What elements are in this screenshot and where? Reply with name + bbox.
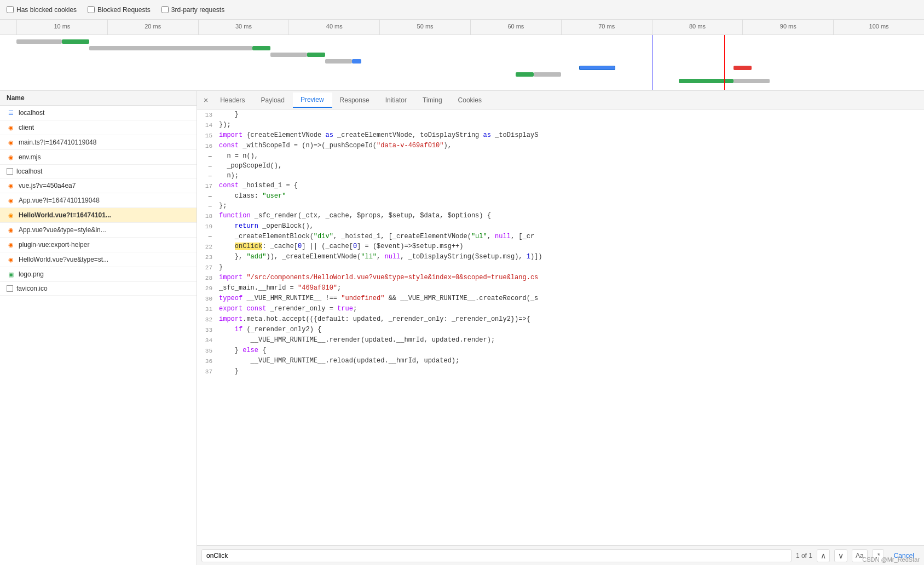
file-item-hellostyle[interactable]: ◉ HelloWorld.vue?vue&type=st... [0,252,197,267]
file-item-favicon[interactable]: favicon.ico [0,282,197,296]
file-name: favicon.ico [16,285,48,292]
doc-icon: ☰ [7,108,15,117]
code-line-29: 29 _sfc_main.__hmrId = "469af010"; [197,283,924,293]
selected-file-icon: ◉ [7,211,15,220]
file-item-localhost2[interactable]: localhost [0,165,197,178]
tick-10ms: 10 ms [16,20,107,34]
filter-blocked-cookies-checkbox[interactable] [7,6,14,13]
orange-icon-2: ◉ [7,138,15,147]
tick-60ms: 60 ms [470,20,561,34]
tab-response[interactable]: Response [332,93,378,107]
tab-initiator[interactable]: Initiator [378,93,415,107]
orange-icon-5: ◉ [7,196,15,205]
tick-70ms: 70 ms [561,20,652,34]
tick-50ms: 50 ms [379,20,470,34]
tab-preview[interactable]: Preview [293,93,332,108]
file-name: localhost [19,109,44,117]
tabs-bar: × Headers Payload Preview Response Initi… [197,91,924,109]
file-name: vue.js?v=450a4ea7 [19,182,76,189]
timeline-content [0,35,924,90]
file-item-plugin[interactable]: ◉ plugin-vue:export-helper [0,238,197,252]
orange-icon-8: ◉ [7,255,15,264]
empty-icon-1 [7,168,13,175]
close-tab-button[interactable]: × [199,94,212,107]
search-bar: 1 of 1 ∧ ∨ Aa .* Cancel [197,545,924,565]
tab-headers[interactable]: Headers [212,93,253,107]
code-line-27: 27 } [197,262,924,273]
orange-icon-4: ◉ [7,181,15,190]
orange-icon-1: ◉ [7,123,15,132]
code-line-16: 16 const _withScopeId = (n)=>(_pushScope… [197,141,924,151]
filter-has-blocked-cookies[interactable]: Has blocked cookies [7,6,77,14]
file-item-helloworldvue[interactable]: ◉ HelloWorld.vue?t=16474101... [0,208,197,223]
code-line-17: 17 const _hoisted_1 = { [197,181,924,191]
code-line-35: 35 } else { [197,345,924,356]
code-line-minus-5: – }; [197,201,924,211]
main-layout: Name ☰ localhost ◉ client ◉ main.ts?t=16… [0,91,924,565]
tab-payload[interactable]: Payload [253,93,293,107]
tab-cookies[interactable]: Cookies [451,93,490,107]
search-next-button[interactable]: ∨ [834,549,847,562]
orange-icon-3: ◉ [7,153,15,162]
code-area[interactable]: 13 } 14 }); 15 import {createElementVNod… [197,109,924,545]
file-item-envmjs[interactable]: ◉ env.mjs [0,150,197,165]
filter-third-party[interactable]: 3rd-party requests [161,6,224,14]
code-line-28: 28 import "/src/components/HelloWorld.vu… [197,273,924,283]
code-line-minus-4: – class: "user" [197,191,924,201]
code-line-minus-3: – n); [197,171,924,181]
file-name: HelloWorld.vue?t=16474101... [19,211,111,219]
code-line-minus-2: – _popScopeId(), [197,161,924,171]
file-item-logopng[interactable]: ▣ logo.png [0,267,197,282]
code-line-32: 32 import.meta.hot.accept(({default: upd… [197,314,924,325]
code-line-14: 14 }); [197,120,924,130]
timeline-ruler: 10 ms 20 ms 30 ms 40 ms 50 ms 60 ms 70 m… [0,20,924,35]
file-name: env.mjs [19,153,41,161]
file-name: logo.png [19,270,44,278]
file-item-client[interactable]: ◉ client [0,120,197,135]
file-name: App.vue?vue&type=style&in... [19,226,106,234]
code-line-minus-1: – n = n(), [197,151,924,161]
filter-bar: Has blocked cookies Blocked Requests 3rd… [0,0,924,20]
orange-icon-6: ◉ [7,226,15,234]
tick-100ms: 100 ms [833,20,924,34]
file-name: HelloWorld.vue?vue&type=st... [19,256,108,263]
file-item-vuejs[interactable]: ◉ vue.js?v=450a4ea7 [0,178,197,193]
tick-40ms: 40 ms [288,20,379,34]
file-name: localhost [16,168,42,175]
tick-80ms: 80 ms [652,20,743,34]
file-name: plugin-vue:export-helper [19,241,89,249]
code-line-23: 23 }, "add")), _createElementVNode("li",… [197,252,924,262]
file-item-appstyle[interactable]: ◉ App.vue?vue&type=style&in... [0,223,197,238]
code-line-36: 36 __VUE_HMR_RUNTIME__.reload(updated.__… [197,356,924,366]
code-line-15: 15 import {createElementVNode as _create… [197,130,924,141]
tick-30ms: 30 ms [198,20,289,34]
code-line-19: 19 return _openBlock(), [197,221,924,232]
file-name: main.ts?t=1647410119048 [19,139,96,146]
code-line-30: 30 typeof __VUE_HMR_RUNTIME__ !== "undef… [197,293,924,304]
search-input[interactable] [201,549,792,562]
orange-icon-7: ◉ [7,240,15,249]
file-list-header: Name [0,91,197,106]
code-line-minus-6: – _createElementBlock("div", _hoisted_1,… [197,232,924,241]
filter-blocked-requests[interactable]: Blocked Requests [88,6,151,14]
watermark: CSDN @Mr_RedStar [862,556,920,563]
search-prev-button[interactable]: ∧ [817,549,830,562]
filter-third-party-checkbox[interactable] [161,6,169,13]
empty-icon-2 [7,285,13,292]
file-item-maints[interactable]: ◉ main.ts?t=1647410119048 [0,135,197,150]
code-line-13: 13 } [197,109,924,120]
code-panel: × Headers Payload Preview Response Initi… [197,91,924,565]
code-line-37: 37 } [197,366,924,377]
search-count: 1 of 1 [796,552,812,560]
code-line-22: 22 onClick: _cache[0] || (_cache[0] = ($… [197,241,924,252]
file-item-appvue[interactable]: ◉ App.vue?t=1647410119048 [0,193,197,208]
code-line-34: 34 __VUE_HMR_RUNTIME__.rerender(updated.… [197,335,924,345]
timeline-area: 10 ms 20 ms 30 ms 40 ms 50 ms 60 ms 70 m… [0,20,924,91]
tick-90ms: 90 ms [742,20,833,34]
filter-blocked-requests-checkbox[interactable] [88,6,95,13]
img-icon: ▣ [7,270,15,279]
tab-timing[interactable]: Timing [415,93,451,107]
file-name: App.vue?t=1647410119048 [19,197,100,204]
file-item-localhost1[interactable]: ☰ localhost [0,106,197,120]
code-line-33: 33 if (_rerender_only2) { [197,325,924,335]
